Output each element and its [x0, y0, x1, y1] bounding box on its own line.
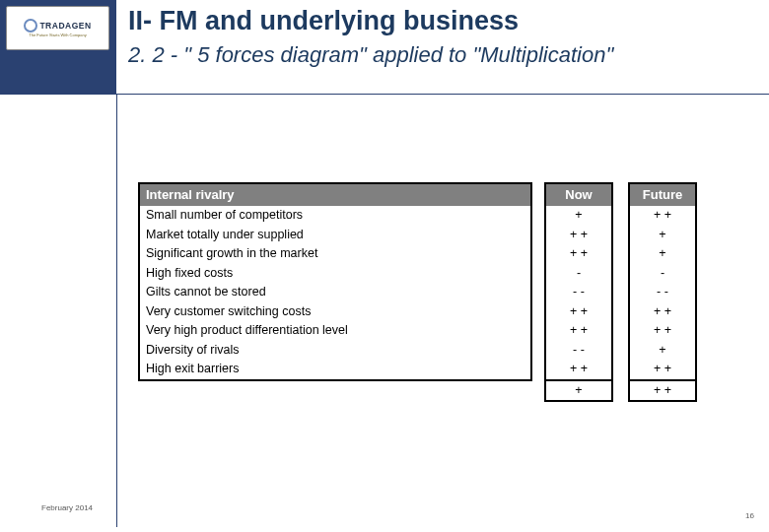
page-title: II- FM and underlying business	[128, 6, 759, 36]
row-label: Very high product differentiation level	[140, 321, 530, 341]
future-cell: +	[630, 341, 695, 361]
row-label: Gilts cannot be stored	[140, 283, 530, 302]
title-area: II- FM and underlying business 2. 2 - " …	[128, 6, 759, 68]
now-cell: + +	[546, 321, 611, 341]
now-cell: + +	[546, 360, 611, 379]
future-cell: + +	[630, 302, 695, 322]
row-label: Significant growth in the market	[140, 244, 530, 264]
future-cell: + +	[630, 206, 695, 226]
row-label: High exit barriers	[140, 360, 530, 379]
col-now: Now + + + + + - - - + + + + - - + +	[544, 182, 613, 381]
logo-brand: TRADAGEN	[39, 21, 91, 31]
future-cell: + +	[630, 360, 695, 379]
logo-rings-icon: TRADAGEN	[24, 19, 91, 33]
logo: TRADAGEN The Future Starts With Company	[6, 6, 109, 50]
future-cell: - -	[630, 283, 695, 302]
now-cell: + +	[546, 226, 611, 245]
vertical-divider	[116, 94, 117, 527]
future-cell: + +	[630, 321, 695, 341]
future-cell: +	[630, 244, 695, 264]
now-cell: - -	[546, 283, 611, 302]
horizontal-divider	[0, 94, 769, 95]
row-label: Market totally under supplied	[140, 226, 530, 245]
col-future: Future + + + + - - - + + + + + + +	[628, 182, 697, 381]
header-left-bar: TRADAGEN The Future Starts With Company	[0, 0, 116, 94]
col-category: Internal rivalry Small number of competi…	[138, 182, 532, 381]
analysis-table: Internal rivalry Small number of competi…	[138, 182, 697, 381]
future-header: Future	[630, 184, 695, 206]
now-header: Now	[546, 184, 611, 206]
category-header: Internal rivalry	[140, 184, 530, 206]
footer-page-number: 16	[745, 511, 754, 520]
total-future: + +	[628, 379, 697, 402]
logo-tagline: The Future Starts With Company	[29, 33, 86, 37]
now-cell: - -	[546, 341, 611, 361]
totals-row: + + +	[138, 379, 697, 402]
future-cell: +	[630, 226, 695, 245]
page-subtitle: 2. 2 - " 5 forces diagram" applied to "M…	[128, 42, 759, 68]
totals-spacer	[138, 379, 532, 402]
row-label: Small number of competitors	[140, 206, 530, 226]
total-now: +	[544, 379, 613, 402]
now-cell: + +	[546, 302, 611, 322]
row-label: High fixed costs	[140, 264, 530, 284]
row-label: Diversity of rivals	[140, 341, 530, 361]
slide: TRADAGEN The Future Starts With Company …	[0, 0, 769, 532]
now-cell: +	[546, 206, 611, 226]
future-cell: -	[630, 264, 695, 284]
footer-date: February 2014	[41, 503, 93, 512]
row-label: Very customer switching costs	[140, 302, 530, 322]
now-cell: -	[546, 264, 611, 284]
now-cell: + +	[546, 244, 611, 264]
